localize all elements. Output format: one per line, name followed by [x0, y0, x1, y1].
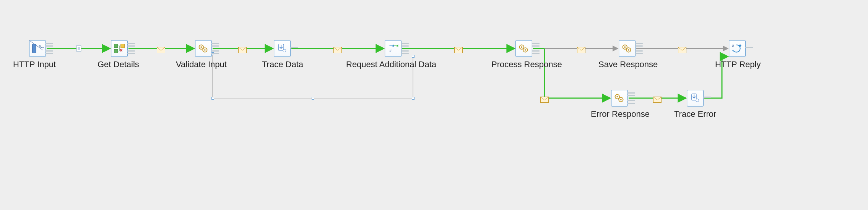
svg-point-40	[628, 49, 629, 51]
node-label: Trace Data	[262, 60, 303, 69]
output-terminal[interactable]	[532, 43, 540, 47]
output-terminal[interactable]	[635, 50, 643, 54]
node-label: Process Response	[491, 60, 562, 69]
svg-point-36	[525, 49, 526, 51]
node-label: HTTP Input	[13, 60, 56, 69]
document-icon	[75, 45, 83, 52]
trace-icon	[687, 90, 703, 106]
envelope-icon	[333, 45, 342, 52]
node-get-details[interactable]	[111, 40, 128, 57]
output-terminal[interactable]	[46, 43, 53, 47]
node-request-additional-data[interactable]: //...	[385, 40, 401, 57]
http-input-icon: //...	[29, 40, 46, 57]
node-label: HTTP Reply	[715, 60, 761, 69]
svg-rect-15	[455, 47, 463, 53]
output-terminal[interactable]	[401, 50, 409, 54]
svg-point-45	[616, 96, 618, 97]
envelope-icon	[454, 45, 463, 52]
svg-rect-12	[157, 47, 165, 53]
envelope-icon	[653, 95, 662, 101]
svg-rect-13	[239, 47, 247, 53]
output-terminal[interactable]	[627, 92, 635, 96]
mapping-icon	[111, 40, 127, 57]
svg-rect-18	[541, 97, 549, 103]
output-terminal[interactable]	[401, 43, 409, 47]
output-terminal[interactable]	[211, 50, 219, 54]
node-label: Error Response	[591, 109, 650, 119]
output-terminal[interactable]	[627, 100, 635, 104]
node-label: Validate Input	[176, 60, 227, 69]
output-terminal[interactable]	[211, 43, 219, 47]
http-request-icon: //...	[385, 40, 401, 57]
compute-icon	[619, 40, 635, 57]
svg-rect-25	[121, 44, 125, 48]
selection-handle[interactable]	[312, 97, 314, 100]
svg-point-48	[696, 99, 699, 102]
node-save-response[interactable]	[619, 40, 636, 57]
svg-point-28	[200, 46, 202, 48]
envelope-icon	[238, 45, 247, 52]
flow-connections	[0, 0, 868, 210]
selection-handle[interactable]	[412, 55, 414, 58]
node-process-response[interactable]	[515, 40, 532, 57]
selection-handle[interactable]	[412, 97, 414, 100]
svg-rect-8	[76, 45, 81, 52]
selection-handle[interactable]	[211, 97, 214, 100]
svg-rect-16	[577, 47, 585, 53]
envelope-icon	[577, 45, 585, 52]
svg-text://...: //...	[389, 49, 394, 53]
svg-rect-14	[334, 47, 342, 53]
output-terminal[interactable]	[532, 50, 540, 54]
node-trace-error[interactable]	[687, 90, 704, 107]
output-terminal[interactable]	[745, 47, 753, 51]
svg-point-35	[521, 46, 522, 48]
node-http-input[interactable]: //...	[29, 40, 46, 57]
svg-rect-20	[33, 44, 36, 53]
node-label: Trace Error	[674, 109, 716, 119]
compute-icon	[611, 90, 627, 106]
compute-icon	[195, 40, 211, 57]
svg-point-31	[283, 49, 286, 52]
svg-point-46	[620, 99, 622, 100]
node-label: Save Response	[598, 60, 658, 69]
node-label: Request Additional Data	[346, 60, 436, 69]
node-label: Get Details	[98, 60, 139, 69]
svg-rect-17	[678, 47, 686, 53]
output-terminal[interactable]	[127, 43, 135, 47]
node-error-response[interactable]	[611, 90, 628, 107]
node-validate-input[interactable]	[195, 40, 212, 57]
http-reply-icon: //	[729, 40, 745, 57]
svg-rect-19	[653, 97, 662, 103]
output-terminal[interactable]	[290, 47, 298, 51]
trace-icon	[274, 40, 290, 57]
svg-point-39	[624, 46, 626, 48]
svg-rect-24	[114, 49, 118, 53]
output-terminal[interactable]	[127, 50, 135, 54]
node-http-reply[interactable]: //	[729, 40, 746, 57]
svg-point-42	[739, 45, 741, 47]
output-terminal[interactable]	[46, 50, 53, 54]
compute-icon	[516, 40, 532, 57]
node-trace-data[interactable]	[274, 40, 291, 57]
envelope-icon	[678, 45, 686, 52]
svg-point-29	[204, 49, 206, 51]
envelope-icon	[157, 45, 165, 52]
output-terminal[interactable]	[703, 97, 711, 100]
svg-rect-23	[114, 44, 118, 48]
svg-text://: //	[732, 44, 735, 48]
envelope-icon	[540, 95, 549, 101]
output-terminal[interactable]	[635, 43, 643, 47]
